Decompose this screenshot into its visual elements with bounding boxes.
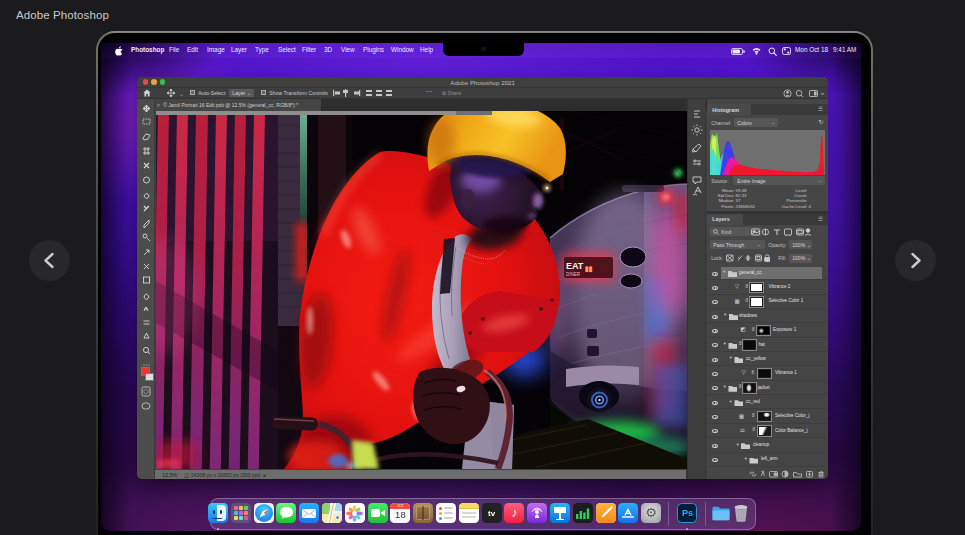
svg-text:▮▮: ▮▮ xyxy=(585,265,593,273)
svg-text:EAT: EAT xyxy=(566,261,584,271)
svg-text:DINER: DINER xyxy=(566,272,581,277)
